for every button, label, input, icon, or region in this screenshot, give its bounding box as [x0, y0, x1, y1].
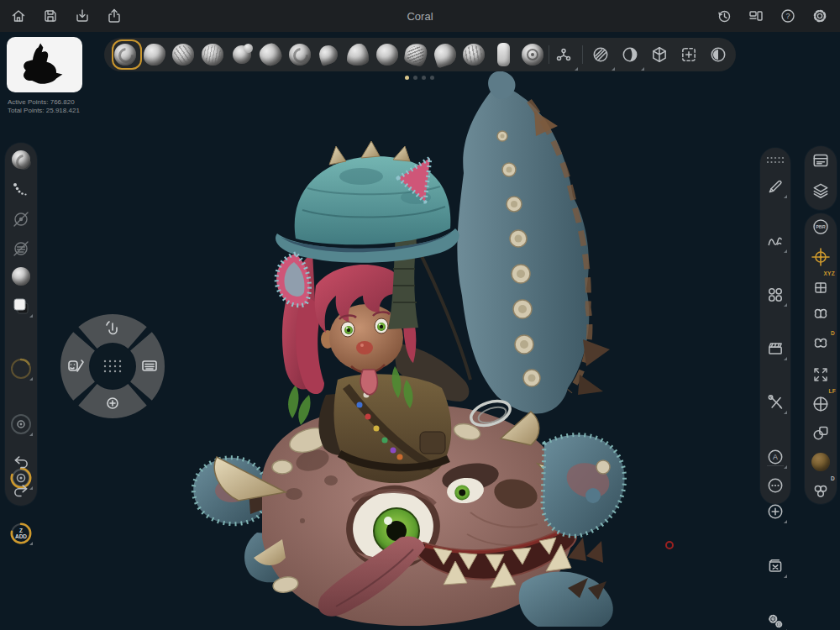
brush-3[interactable]	[169, 38, 198, 71]
model-tentacle-tail	[457, 71, 610, 414]
right-inner-toolbar: A	[760, 148, 790, 504]
material-sphere-button[interactable]	[8, 264, 34, 289]
save-icon[interactable]	[37, 4, 64, 28]
stroke-falloff-button[interactable]	[8, 176, 34, 202]
brush-1-selected[interactable]	[111, 38, 140, 71]
render-clapper-button[interactable]	[763, 336, 788, 361]
xyz-badge: XYZ	[823, 270, 835, 276]
brush-2[interactable]	[140, 38, 170, 71]
active-points: Active Points: 766.820	[8, 98, 80, 107]
brush-preview-icon	[12, 150, 30, 169]
frame-add-icon[interactable]	[675, 38, 704, 71]
color-swatches-icon	[11, 296, 31, 316]
symmetry-toggle-button[interactable]	[8, 207, 34, 232]
right-outer-toolbar-top	[805, 146, 837, 210]
home-icon[interactable]	[5, 4, 32, 28]
add-button[interactable]	[763, 499, 788, 524]
point-stats: Active Points: 766.820 Total Points: 25.…	[8, 98, 80, 114]
brush-15[interactable]	[517, 38, 547, 71]
layers-button[interactable]	[808, 178, 833, 203]
brush-14-icon	[497, 43, 510, 66]
brush-12-icon	[431, 41, 459, 69]
paint-tool-button[interactable]	[763, 174, 788, 199]
left-toolbar: Z ADD	[5, 143, 37, 506]
brush-9[interactable]	[344, 38, 373, 71]
top-bar-left	[5, 4, 128, 28]
brush-3-icon	[172, 44, 194, 66]
scene-spheres-button[interactable]: D	[808, 478, 833, 503]
smooth-toggle-button[interactable]	[8, 236, 34, 261]
import-icon[interactable]	[69, 4, 96, 28]
brush-7-icon	[289, 44, 311, 66]
interface-layout-icon[interactable]	[743, 4, 769, 28]
svg-text:Z: Z	[19, 528, 23, 533]
settings-icon[interactable]	[806, 4, 833, 28]
help-icon[interactable]: ?	[774, 4, 801, 28]
expand-view-button[interactable]	[808, 362, 833, 387]
brush-14[interactable]	[489, 38, 518, 71]
share-icon[interactable]	[101, 4, 128, 28]
symmetry-button[interactable]	[808, 303, 833, 328]
brush-page-dots[interactable]	[405, 76, 434, 80]
brush-5[interactable]	[227, 38, 256, 71]
brush-2-icon	[144, 44, 165, 66]
settings-gears-button[interactable]	[763, 608, 788, 630]
brush-11[interactable]	[402, 38, 431, 71]
brush-8-icon	[318, 43, 341, 66]
background-image-button[interactable]	[763, 554, 788, 579]
undo-button[interactable]	[8, 449, 34, 475]
gizmo-button[interactable]	[808, 244, 833, 270]
top-bar-right: ?	[711, 4, 833, 28]
shading-sphere-icon[interactable]	[616, 38, 645, 71]
lf-badge: LF	[828, 388, 836, 394]
symmetry-dup-button[interactable]: D	[808, 333, 833, 358]
brush-13-icon	[463, 44, 485, 66]
svg-text:PBR: PBR	[816, 224, 826, 229]
zadd-mode-button[interactable]: Z ADD	[8, 521, 34, 546]
matcap-orange-button[interactable]	[808, 449, 833, 475]
tools-button[interactable]	[763, 390, 788, 415]
alphas-button[interactable]	[763, 282, 788, 307]
brush-4-icon	[202, 44, 223, 66]
svg-text:ADD: ADD	[15, 533, 27, 539]
wheel-center-drag[interactable]	[90, 344, 135, 389]
brush-11-icon	[404, 42, 428, 66]
brush-5-icon	[233, 45, 251, 64]
scene-panel-button[interactable]	[808, 148, 833, 173]
brush-12[interactable]	[431, 38, 460, 71]
brush-13[interactable]	[459, 38, 489, 71]
d-badge: D	[831, 330, 835, 336]
toolbar-drag-handle[interactable]	[763, 148, 788, 173]
redo-button[interactable]	[8, 478, 34, 503]
brush-4[interactable]	[198, 38, 228, 71]
matcap-orange-icon	[811, 453, 830, 471]
stroke-squiggle-button[interactable]	[763, 228, 788, 254]
topology-nodes-icon[interactable]	[549, 38, 579, 71]
matcap-sphere-icon[interactable]	[586, 38, 616, 71]
primitives-button[interactable]	[808, 420, 833, 445]
active-brush-preview[interactable]	[8, 147, 34, 172]
brush-10[interactable]	[372, 38, 402, 71]
brush-8[interactable]	[314, 38, 344, 71]
model-preview-thumbnail	[7, 37, 82, 92]
grid-snap-button[interactable]: XYZ	[808, 274, 833, 299]
intensity-dial[interactable]	[8, 412, 34, 437]
postprocess-icon[interactable]	[704, 38, 733, 71]
wheel-segment-gesture[interactable]	[78, 314, 146, 349]
voxel-cube-icon[interactable]	[645, 38, 675, 71]
color-swatches-button[interactable]	[8, 293, 34, 318]
history-icon[interactable]	[711, 4, 738, 28]
pbr-mode-button[interactable]: PBR	[808, 214, 833, 239]
brush-7[interactable]	[286, 38, 315, 71]
svg-text:?: ?	[785, 12, 790, 20]
more-button[interactable]	[763, 473, 788, 498]
light-frame-button[interactable]: LF	[808, 391, 833, 417]
pivot-indicator	[666, 542, 673, 549]
page-dot	[430, 76, 434, 80]
brush-6-icon	[258, 42, 284, 68]
model-silhouette	[13, 41, 76, 88]
brush-6[interactable]	[256, 38, 286, 71]
radius-dial[interactable]	[8, 356, 34, 381]
zadd-icon: Z ADD	[8, 521, 34, 546]
divider	[582, 45, 583, 64]
